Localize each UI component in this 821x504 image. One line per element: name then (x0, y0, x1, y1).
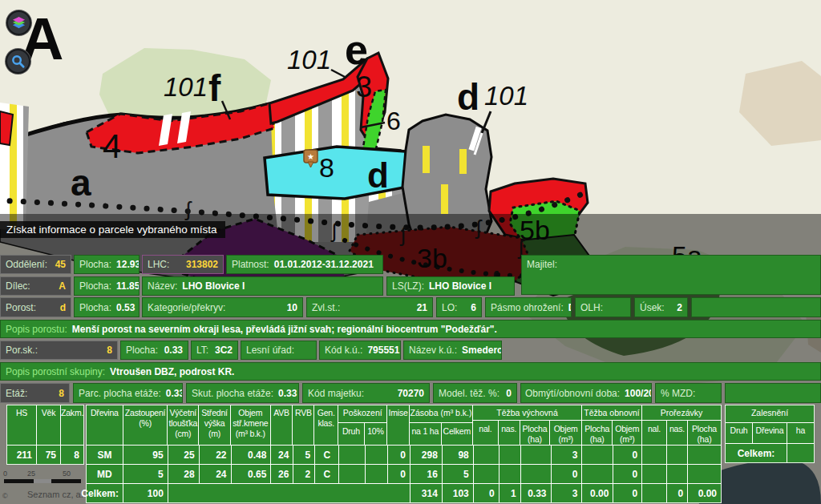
field-value: 0.53 (116, 302, 135, 313)
field-parc-plocha: Parc. plocha etáže: 0.33 (73, 383, 183, 403)
cell: 22 (200, 446, 232, 464)
field-nazev-ku: Název k.ú.: Smederov (403, 341, 502, 360)
field-value: 12.93 (116, 259, 140, 270)
col-header: Celkem (442, 423, 473, 445)
cell (499, 446, 521, 464)
col-header: Zastoupení (%) (123, 405, 168, 445)
cell: 0.00 (582, 484, 613, 502)
scalebar-label: 0 (3, 470, 7, 478)
cell: 0.00 (688, 484, 721, 502)
field-value: LHO Blovice I (429, 280, 491, 292)
layers-button[interactable] (6, 10, 31, 35)
cell: 0 (388, 446, 410, 464)
field-dilec: Dílec: A (0, 276, 71, 296)
field-kod-majetku: Kód majetku: 70270 (302, 383, 430, 403)
col-group-zasoba: Zásoba (m³ b.k.) na 1 ha Celkem (410, 405, 473, 445)
cell: MD (87, 465, 123, 483)
cell: 314 (410, 484, 443, 502)
cell: 1 (499, 484, 521, 502)
field-label: Oddělení: (6, 259, 47, 270)
cell: 28 (168, 465, 200, 483)
cell: 0.48 (232, 446, 272, 464)
col-group-poskozeni: Poškození Druh 10% (338, 405, 387, 445)
cell (474, 465, 499, 483)
field-label: % MZD: (661, 388, 695, 399)
field-value: 0 (506, 388, 512, 399)
field-empty (691, 297, 821, 317)
field-label: Úsek: (640, 302, 665, 313)
cell: 0 (613, 446, 642, 464)
field-value: 10 (287, 302, 297, 313)
col-header: Objem (m³) (550, 421, 581, 445)
map-label-101: 101 (164, 72, 208, 102)
map-label-f: f (208, 67, 221, 109)
field-mzd: % MZD: (655, 383, 722, 403)
map-stand-red-edge[interactable] (0, 111, 13, 145)
field-label: LS(LZ): (392, 280, 424, 292)
field-plocha-porost: Plocha: 0.53 (74, 297, 140, 317)
cell: 0 (388, 465, 410, 483)
field-value: 11.85 (116, 280, 140, 292)
field-value: 3C2 (215, 345, 233, 356)
col-header: nas. (499, 421, 520, 445)
cell (667, 465, 688, 483)
field-kod-ku: Kód k.ú.: 795551 (319, 341, 401, 360)
cell (642, 484, 667, 502)
cell: 26 (271, 465, 293, 483)
col-header: Objem (m³) (613, 421, 641, 445)
field-value: d (60, 302, 66, 313)
field-plocha-porsk: Plocha: 0.33 (120, 341, 188, 360)
group-title: Poškození (338, 405, 386, 423)
table-row: MD 5 28 24 0.65 26 2 C 0 16 5 0 0 (87, 464, 721, 483)
star-icon: ★ (307, 152, 314, 161)
map-label-4: 4 (103, 127, 121, 165)
field-lhc: LHC: 313802 (142, 255, 224, 274)
field-label: Dílec: (6, 280, 30, 292)
cell (499, 465, 521, 483)
field-empty (725, 383, 821, 403)
field-value: Menší porost na severním okraji lesa, př… (72, 324, 497, 335)
field-value: 2 (677, 302, 682, 313)
col-header: Gen. klas. (314, 405, 338, 445)
field-value: 0.33 (164, 345, 183, 356)
map-label-d: d (457, 76, 479, 118)
field-popis-porostu: Popis porostu: Menší porost na severním … (0, 320, 821, 338)
scalebar-label: 25 (27, 470, 35, 478)
map-label-a: a (71, 162, 91, 204)
field-value: 70270 (398, 388, 424, 399)
field-majitel: Majitel: (521, 255, 821, 295)
cell (168, 484, 410, 502)
field-value: 6 (471, 302, 476, 313)
tooltip-text: Získat informace o parcele vybraného mís… (6, 224, 217, 236)
cell: 0 (474, 484, 499, 502)
scalebar-segment (4, 479, 34, 483)
field-pasmo: Pásmo ohrožení: D (485, 297, 572, 317)
field-kategorie: Kategorie/překryv: 10 (142, 297, 303, 317)
field-model-tez: Model. těž. %: 0 (433, 383, 517, 403)
map-yellow-dash (441, 184, 448, 214)
field-oddeleni: Oddělení: 45 (0, 255, 71, 274)
field-label: LHC: (148, 259, 169, 270)
cell (366, 446, 388, 464)
info-tool-tooltip: Získat informace o parcele vybraného mís… (0, 221, 225, 238)
col-group-tezba-obnovni: Těžba obnovní Plocha (ha) Objem (m³) (582, 405, 642, 445)
field-value: 0.33 (166, 388, 183, 399)
col-group-prorezavky: Prořezávky nal. nas. Plocha (ha) (642, 405, 721, 445)
table-row: Celkem: (726, 444, 814, 462)
field-porsk: Por.sk.: 8 (0, 341, 118, 360)
cell (366, 465, 388, 483)
field-label: Porost: (6, 302, 36, 313)
cell: 0.65 (232, 465, 272, 483)
field-value: A (59, 280, 66, 292)
field-porost: Porost: d (0, 297, 71, 317)
search-button[interactable] (6, 49, 30, 74)
field-label: Název: (148, 280, 177, 292)
cell: 0 (613, 465, 642, 483)
cell: 24 (200, 465, 232, 483)
col-header: Střední výška (m) (199, 405, 231, 445)
field-value: Vtroušen DBZ, podrost KR. (110, 366, 234, 377)
col-header: RVB (293, 405, 314, 445)
totals-label: Celkem: (87, 484, 123, 502)
totals-label: Celkem: (726, 444, 787, 462)
cell (521, 465, 552, 483)
